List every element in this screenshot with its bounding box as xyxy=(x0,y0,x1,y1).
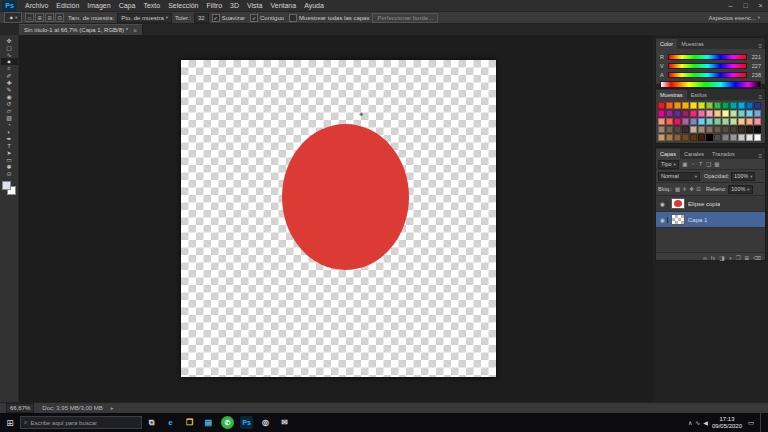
swatch[interactable] xyxy=(674,126,681,133)
menu-item[interactable]: Selección xyxy=(164,2,202,9)
swatch[interactable] xyxy=(738,102,745,109)
blur-tool[interactable]: ◔ xyxy=(1,121,18,128)
visibility-eye-icon[interactable]: ◉ xyxy=(658,201,668,207)
photoshop-icon[interactable]: Ps xyxy=(237,413,256,432)
move-tool[interactable]: ✥ xyxy=(1,37,18,44)
swatch[interactable] xyxy=(682,110,689,117)
add-selection-icon[interactable]: ⊞ xyxy=(35,13,44,22)
layers-panel-menu-icon[interactable]: ≡ xyxy=(758,153,765,159)
contiguous-checkbox[interactable]: ✓Contiguo xyxy=(250,14,284,22)
swatch[interactable] xyxy=(754,110,761,117)
sample-all-layers-checkbox[interactable]: Muestrear todas las capas xyxy=(289,14,369,22)
swatch[interactable] xyxy=(706,134,713,141)
channel-slider[interactable] xyxy=(668,54,747,60)
maximize-button[interactable]: □ xyxy=(738,2,753,9)
marquee-tool[interactable]: ▢ xyxy=(1,44,18,51)
sample-size-dropdown[interactable]: Pto. de muestra ▾ xyxy=(117,13,172,23)
swatch[interactable] xyxy=(690,118,697,125)
lasso-tool[interactable]: ∿ xyxy=(1,51,18,58)
notification-center-icon[interactable]: ▭ xyxy=(746,419,756,427)
antialias-checkbox[interactable]: ✓Suavizar xyxy=(212,14,245,22)
swatch[interactable] xyxy=(674,118,681,125)
swatch[interactable] xyxy=(658,102,665,109)
swatch[interactable] xyxy=(730,102,737,109)
close-button[interactable]: × xyxy=(753,2,768,9)
swatch[interactable] xyxy=(698,118,705,125)
swatch[interactable] xyxy=(706,110,713,117)
path-selection-tool[interactable]: ➤ xyxy=(1,149,18,156)
swatch[interactable] xyxy=(674,134,681,141)
swatch[interactable] xyxy=(730,110,737,117)
lock-all-icon[interactable]: ⊡ xyxy=(695,186,702,192)
swatch[interactable] xyxy=(698,110,705,117)
canvas[interactable]: ⌖ xyxy=(181,60,496,377)
document-tab[interactable]: Sin título-1 al 66,7% (Capa 1, RGB/8) * … xyxy=(19,24,143,35)
swatch[interactable] xyxy=(746,126,753,133)
menu-item[interactable]: Ventana xyxy=(266,2,300,9)
lock-position-icon[interactable]: ✥ xyxy=(688,186,695,192)
swatch[interactable] xyxy=(690,134,697,141)
swatch[interactable] xyxy=(722,134,729,141)
swatch[interactable] xyxy=(690,110,697,117)
layers-panel-tab[interactable]: Capas xyxy=(656,149,680,159)
color-panel-tab[interactable]: Muestras xyxy=(677,39,708,49)
new-selection-icon[interactable]: □ xyxy=(25,13,34,22)
swatch[interactable] xyxy=(658,118,665,125)
opacity-dropdown[interactable]: 100% ▾ xyxy=(731,172,755,181)
new-group-icon[interactable]: ❒ xyxy=(736,255,741,261)
swatch[interactable] xyxy=(746,118,753,125)
swatch[interactable] xyxy=(746,102,753,109)
lock-pixels-icon[interactable]: ✛ xyxy=(681,186,688,192)
swatch[interactable] xyxy=(714,126,721,133)
clone-stamp-tool[interactable]: ◉ xyxy=(1,93,18,100)
type-tool[interactable]: T xyxy=(1,142,18,149)
swatch[interactable] xyxy=(666,118,673,125)
swatch[interactable] xyxy=(666,102,673,109)
task-view-icon[interactable]: ⧉ xyxy=(142,413,161,432)
color-panel-menu-icon[interactable]: ≡ xyxy=(758,43,765,49)
filter-adjustment-layers-icon[interactable]: ◔ xyxy=(689,161,697,167)
menu-item[interactable]: Vista xyxy=(243,2,266,9)
menu-item[interactable]: Filtro xyxy=(203,2,227,9)
swatch[interactable] xyxy=(738,126,745,133)
swatch[interactable] xyxy=(690,126,697,133)
swatch[interactable] xyxy=(722,102,729,109)
workspace-switcher[interactable]: Aspectos esenc... ▾ xyxy=(708,15,760,21)
store-icon[interactable]: ▤ xyxy=(199,413,218,432)
lock-transparency-icon[interactable]: ▦ xyxy=(674,186,681,192)
brush-tool[interactable]: ✎ xyxy=(1,86,18,93)
filter-smart-objects-icon[interactable]: ▦ xyxy=(713,161,721,167)
tool-preset-picker[interactable]: ✶ ▾ xyxy=(4,12,22,23)
new-adjustment-layer-icon[interactable]: ◑ xyxy=(728,255,731,261)
swatch[interactable] xyxy=(666,110,673,117)
foreground-color-swatch[interactable] xyxy=(2,181,11,190)
swatch[interactable] xyxy=(682,126,689,133)
filter-shape-layers-icon[interactable]: ❑ xyxy=(705,161,713,167)
swatch[interactable] xyxy=(674,110,681,117)
shape-tool[interactable]: ▭ xyxy=(1,156,18,163)
swatch[interactable] xyxy=(674,102,681,109)
add-layer-mask-icon[interactable]: ◨ xyxy=(719,255,724,261)
hand-tool[interactable]: ✱ xyxy=(1,163,18,170)
swatch[interactable] xyxy=(754,134,761,141)
swatch[interactable] xyxy=(690,102,697,109)
swatch[interactable] xyxy=(754,126,761,133)
minimize-button[interactable]: – xyxy=(723,2,738,9)
swatch[interactable] xyxy=(658,134,665,141)
swatch[interactable] xyxy=(682,118,689,125)
swatch[interactable] xyxy=(698,102,705,109)
visibility-eye-icon[interactable]: ◉ xyxy=(658,217,668,223)
network-icon[interactable]: ∿ xyxy=(695,419,700,426)
layer-row[interactable]: ◉Capa 1 xyxy=(656,212,765,228)
swatch[interactable] xyxy=(722,126,729,133)
menu-item[interactable]: Texto xyxy=(139,2,164,9)
start-button[interactable]: ⊞ xyxy=(0,413,20,432)
swatch[interactable] xyxy=(706,118,713,125)
menu-item[interactable]: Capa xyxy=(115,2,140,9)
swatch[interactable] xyxy=(746,134,753,141)
swatch[interactable] xyxy=(706,126,713,133)
swatch[interactable] xyxy=(666,134,673,141)
swatch[interactable] xyxy=(754,102,761,109)
swatch[interactable] xyxy=(714,110,721,117)
filter-pixel-layers-icon[interactable]: ▣ xyxy=(681,161,689,167)
